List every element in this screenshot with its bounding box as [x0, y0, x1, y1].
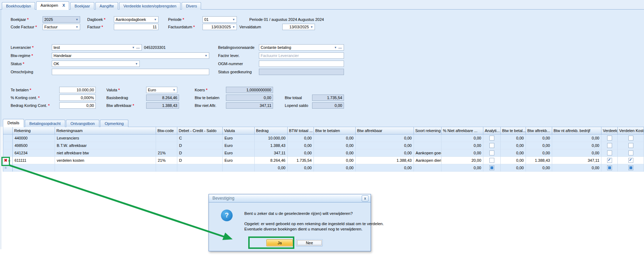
grid-cell-rekeningnaam[interactable]: [55, 164, 156, 172]
grid-cell-rekening[interactable]: 440000: [13, 135, 55, 142]
vervaldatum-select[interactable]: 13/03/2025▼: [282, 24, 315, 30]
grid-cell-verdelen-koste[interactable]: [618, 157, 644, 164]
grid-cell-btw-nt-aftrekb-bedrijf[interactable]: 0,00: [552, 135, 601, 142]
grid-cell-soort-rekening[interactable]: [414, 135, 442, 142]
chevron-down-icon[interactable]: ▼: [173, 88, 176, 92]
btw-regime-select[interactable]: Handelaar▼: [52, 52, 209, 59]
grid-cell-valuta[interactable]: Euro: [223, 142, 255, 149]
col-header-btw-te-betal[interactable]: Btw te betal...: [501, 127, 526, 135]
grid-cell-btw-nt-aftrekb-bedrijf[interactable]: 347,11: [552, 157, 601, 164]
grid-cell-bedrag[interactable]: 1.388,43: [255, 142, 288, 149]
tab-boekhoudplan[interactable]: Boekhoudplan: [2, 2, 35, 10]
grid-cell-verdelen-koste[interactable]: [618, 149, 644, 157]
checkbox-unchecked[interactable]: [489, 150, 494, 155]
grid-cell-verdelen-koste[interactable]: [618, 135, 644, 142]
checkbox-checked[interactable]: [628, 158, 633, 163]
chevron-down-icon[interactable]: ▼: [232, 25, 235, 29]
grid-cell-niet-aftrekbare[interactable]: 0,00: [442, 142, 483, 149]
checkbox-unchecked[interactable]: [628, 136, 633, 141]
checkbox-indeterminate[interactable]: [489, 165, 494, 170]
tab-opmerking[interactable]: Opmerking: [100, 120, 128, 127]
grid-cell-analyti[interactable]: [483, 149, 501, 157]
grid-cell-btw-code[interactable]: 21%: [156, 157, 177, 164]
grid-cell-btw-aftrekb[interactable]: 0,00: [526, 149, 552, 157]
grid-cell-verdelen-koste[interactable]: [618, 164, 644, 172]
grid-cell-btw-te-betalen[interactable]: 0,00: [314, 135, 356, 142]
tab-betalingsopdracht[interactable]: Betalingsopdracht: [25, 120, 65, 127]
grid-cell-analyti[interactable]: [483, 164, 501, 172]
col-header-btw-aftrekbaar[interactable]: Btw aftrekbaar: [356, 127, 414, 135]
col-header-soort-rekening[interactable]: Soort rekening: [414, 127, 442, 135]
omschrijving-field[interactable]: [52, 69, 209, 75]
grid-cell-verdeeld[interactable]: [601, 164, 618, 172]
btw-aftrekbaar-field[interactable]: 1.388,43: [146, 102, 179, 109]
code-factuur-select[interactable]: Factuur▼: [43, 24, 80, 30]
tab-ontvangstbon[interactable]: Ontvangstbon: [66, 120, 100, 127]
grid-cell-btw-aftrekbaar[interactable]: 0,00: [356, 135, 414, 142]
col-header-btw-nt-aftrekb-bedrijf[interactable]: Btw nt aftrekb. bedrijf: [552, 127, 601, 135]
status-select[interactable]: OK▼: [52, 61, 140, 67]
grid-cell-bedrag[interactable]: 347,11: [255, 149, 288, 157]
grid-cell-rekening[interactable]: 641234: [13, 149, 55, 157]
grid-cell-soort-rekening[interactable]: [414, 164, 442, 172]
grid-cell-debet-credit-saldo[interactable]: [177, 164, 223, 172]
ellipsis-lookup-icon[interactable]: …: [136, 46, 140, 49]
chevron-down-icon[interactable]: ▼: [310, 25, 313, 29]
close-icon[interactable]: x: [362, 195, 368, 201]
grid-cell-debet-credit-saldo[interactable]: C: [177, 135, 223, 142]
tab-aankopen[interactable]: AankopenX: [36, 1, 69, 10]
tab-boekjaar[interactable]: Boekjaar: [70, 2, 94, 10]
grid-cell-debet-credit-saldo[interactable]: D: [177, 149, 223, 157]
grid-cell-valuta[interactable]: [223, 164, 255, 172]
grid-cell-soort-rekening[interactable]: [414, 142, 442, 149]
grid-cell-rekeningnaam[interactable]: Leveranciers: [55, 135, 156, 142]
grid-cell-verdeeld[interactable]: [601, 149, 618, 157]
grid-cell-btw-te-betal[interactable]: 0,00: [501, 142, 526, 149]
checkbox-indeterminate[interactable]: [607, 165, 612, 170]
grid-cell-btw-aftrekb[interactable]: 0,00: [526, 142, 552, 149]
col-header-analyti[interactable]: Analyti...: [483, 127, 501, 135]
status-goedkeuring-field[interactable]: [259, 69, 344, 75]
grid-cell-analyti[interactable]: [483, 142, 501, 149]
close-tab-icon[interactable]: X: [62, 3, 65, 7]
chevron-down-icon[interactable]: ▼: [205, 54, 207, 57]
col-header-rekeningnaam[interactable]: Rekeningnaam: [55, 127, 156, 135]
grid-cell-btw-aftrekb[interactable]: 1.388,43: [526, 157, 552, 164]
grid-cell-btw-te-betalen[interactable]: 0,00: [314, 157, 356, 164]
checkbox-unchecked[interactable]: [489, 136, 494, 141]
grid-cell-niet-aftrekbare[interactable]: 20,00: [442, 157, 483, 164]
grid-cell-bedrag[interactable]: 0,00: [255, 164, 288, 172]
grid-cell-btw-code[interactable]: 21%: [156, 149, 177, 157]
grid-cell-btw-totaal[interactable]: 0,00: [288, 135, 314, 142]
grid-cell-btw-code[interactable]: [156, 164, 177, 172]
col-header-col[interactable]: [3, 127, 13, 135]
ellipsis-lookup-icon[interactable]: …: [338, 46, 342, 49]
grid-cell-soort-rekening[interactable]: Aankopen goed...: [414, 149, 442, 157]
chevron-down-icon[interactable]: ▼: [135, 62, 138, 65]
grid-cell-bedrag[interactable]: 8.264,46: [255, 157, 288, 164]
checkbox-unchecked[interactable]: [489, 143, 494, 148]
chevron-down-icon[interactable]: ▼: [154, 18, 157, 21]
chevron-down-icon[interactable]: ▼: [132, 46, 135, 49]
no-button[interactable]: Nee: [296, 239, 323, 246]
grid-cell-btw-nt-aftrekb-bedrijf[interactable]: 0,00: [552, 149, 601, 157]
grid-cell-analyti[interactable]: [483, 157, 501, 164]
grid-cell-verdelen-koste[interactable]: [618, 142, 644, 149]
grid-cell-analyti[interactable]: [483, 135, 501, 142]
grid-cell-btw-totaal[interactable]: 0,00: [288, 164, 314, 172]
grid-cell-debet-credit-saldo[interactable]: D: [177, 142, 223, 149]
lopend-saldo-field[interactable]: 0,00: [312, 102, 344, 109]
grid-cell-verdeeld[interactable]: [601, 135, 618, 142]
grid-cell-niet-aftrekbare[interactable]: 0,00: [442, 164, 483, 172]
grid-cell-btw-nt-aftrekb-bedrijf[interactable]: 0,00: [552, 164, 601, 172]
grid-cell-btw-aftrekb[interactable]: 0,00: [526, 164, 552, 172]
grid-cell-rekening[interactable]: [13, 164, 55, 172]
grid-cell-btw-te-betalen[interactable]: 0,00: [314, 164, 356, 172]
row-selector[interactable]: [3, 142, 13, 149]
col-header-btw-aftrekb[interactable]: Btw aftrekb...: [526, 127, 552, 135]
dagboek-select[interactable]: Aankoopdagboek▼: [114, 16, 159, 23]
checkbox-unchecked[interactable]: [607, 136, 612, 141]
periode-select[interactable]: 01▼: [202, 16, 237, 23]
grid-cell-btw-totaal[interactable]: 1.735,54: [288, 157, 314, 164]
tab-aangifte[interactable]: Aangifte: [95, 2, 118, 10]
